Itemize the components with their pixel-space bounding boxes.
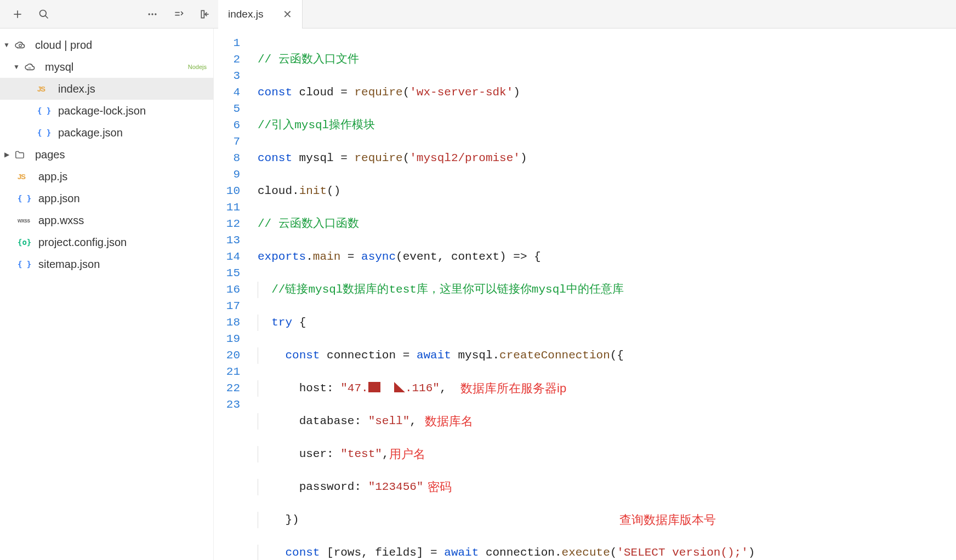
annotation-database: 数据库名	[425, 413, 473, 430]
redacted-ip-part	[394, 382, 405, 392]
tree-label: index.js	[58, 83, 95, 95]
svg-point-5	[151, 13, 153, 15]
chevron-down-icon: ▼	[3, 41, 10, 49]
tree-label: pages	[35, 148, 65, 161]
svg-line-3	[45, 15, 48, 18]
cloud-icon	[14, 41, 31, 49]
annotation-user: 用户名	[389, 446, 425, 462]
js-icon: JS	[18, 173, 34, 181]
tree-file-package-lock[interactable]: { } package-lock.json	[0, 100, 213, 122]
svg-point-4	[149, 13, 150, 15]
svg-point-6	[155, 13, 156, 15]
svg-point-11	[19, 44, 21, 47]
json-icon: { }	[37, 128, 54, 137]
line-gutter: 1234567891011121314151617181920212223	[214, 28, 248, 560]
svg-point-2	[40, 10, 47, 16]
js-icon: JS	[37, 85, 54, 93]
annotation-password: 密码	[428, 479, 452, 495]
tree-folder-mysql[interactable]: ▼ ∞ mysql Nodejs	[0, 56, 213, 78]
json-icon: { }	[37, 106, 54, 115]
tree-folder-pages[interactable]: ▶ pages	[0, 144, 213, 165]
tree-file-app-js[interactable]: JS app.js	[0, 165, 213, 187]
tree-label: project.config.json	[38, 236, 127, 249]
annotation-host: 数据库所在服务器ip	[460, 380, 566, 397]
nodejs-badge: Nodejs	[188, 64, 207, 70]
code-editor[interactable]: 1234567891011121314151617181920212223 //…	[214, 28, 956, 560]
tree-file-project-config[interactable]: {o} project.config.json	[0, 231, 213, 253]
search-button[interactable]	[31, 1, 57, 27]
config-icon: {o}	[18, 238, 34, 247]
json-icon: { }	[18, 260, 34, 268]
cloud-function-icon: ∞	[24, 62, 41, 71]
add-button[interactable]	[4, 1, 31, 27]
tree-label: package-lock.json	[58, 105, 146, 117]
tree-file-app-json[interactable]: { } app.json	[0, 187, 213, 209]
tree-label: app.js	[38, 170, 67, 183]
svg-text:∞: ∞	[28, 66, 31, 70]
code-area[interactable]: // 云函数入口文件 const cloud = require('wx-ser…	[248, 28, 956, 560]
tree-label: package.json	[58, 127, 123, 139]
close-icon[interactable]: ✕	[283, 8, 292, 21]
tree-label: app.json	[38, 192, 80, 205]
chevron-right-icon: ▶	[3, 151, 10, 158]
tab-index-js[interactable]: index.js ✕	[218, 0, 303, 28]
wxss-icon: wxss	[18, 218, 34, 224]
collapse-button[interactable]	[166, 1, 192, 27]
tree-file-sitemap-json[interactable]: { } sitemap.json	[0, 253, 213, 275]
more-button[interactable]	[139, 1, 166, 27]
tree-label: mysql	[45, 61, 73, 73]
toolbar: index.js ✕	[0, 0, 956, 28]
tab-bar: index.js ✕	[218, 0, 303, 28]
tree-label: cloud | prod	[35, 39, 92, 52]
panel-toggle-button[interactable]	[192, 1, 218, 27]
tree-file-index-js[interactable]: JS index.js	[0, 78, 213, 100]
folder-icon	[14, 150, 31, 159]
svg-rect-9	[201, 10, 204, 18]
redacted-ip-part	[368, 382, 380, 392]
tab-title: index.js	[228, 8, 263, 20]
tree-label: sitemap.json	[38, 258, 100, 271]
file-explorer: ▼ cloud | prod ▼ ∞ mysql Nodejs JS index…	[0, 28, 214, 560]
tree-file-app-wxss[interactable]: wxss app.wxss	[0, 209, 213, 231]
annotation-query: 查询数据库版本号	[619, 512, 716, 528]
json-icon: { }	[18, 194, 34, 203]
chevron-down-icon: ▼	[13, 63, 20, 71]
tree-label: app.wxss	[38, 214, 84, 227]
tree-folder-cloud-prod[interactable]: ▼ cloud | prod	[0, 34, 213, 56]
tree-file-package-json[interactable]: { } package.json	[0, 122, 213, 144]
